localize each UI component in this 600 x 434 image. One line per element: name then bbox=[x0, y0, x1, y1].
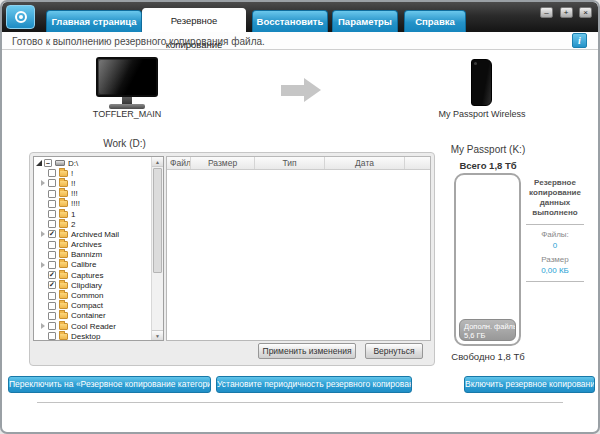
checkbox[interactable] bbox=[48, 251, 56, 259]
tree-row[interactable]: ! bbox=[34, 168, 151, 178]
tree-row[interactable]: 2 bbox=[34, 219, 151, 229]
checkbox[interactable] bbox=[48, 292, 56, 300]
tree-row[interactable]: ✓Captures bbox=[34, 270, 151, 280]
tree-item-label: !!!! bbox=[71, 199, 80, 208]
additional-files-size: 5,6 ГБ bbox=[464, 331, 515, 340]
expander-spacer bbox=[40, 292, 47, 300]
tree-row[interactable]: Compact bbox=[34, 301, 151, 311]
divider bbox=[526, 281, 584, 282]
portable-drive-icon bbox=[471, 59, 492, 106]
column-header-2[interactable]: Тип bbox=[255, 157, 325, 169]
tab-3[interactable]: Параметры bbox=[332, 10, 398, 32]
expander-spacer bbox=[40, 332, 47, 340]
checkbox[interactable] bbox=[48, 312, 56, 320]
size-value: 0,00 КБ bbox=[523, 266, 587, 275]
wd-smartware-logo-icon bbox=[6, 5, 35, 29]
enable-backup-button[interactable]: Включить резервное копирование bbox=[464, 376, 595, 393]
collapse-icon[interactable] bbox=[36, 159, 43, 167]
checkbox[interactable] bbox=[48, 261, 56, 269]
tab-1[interactable]: Резервное копирование bbox=[142, 8, 246, 32]
checkbox[interactable]: ✓ bbox=[48, 271, 56, 279]
size-label: Размер bbox=[523, 255, 587, 264]
tree-row[interactable]: Calibre bbox=[34, 260, 151, 270]
switch-to-category-backup-button[interactable]: Переключить на «Резервное копирование ка… bbox=[8, 376, 211, 393]
tree-item-label: Compact bbox=[71, 301, 103, 310]
target-drive-title: My Passport (K:) bbox=[438, 144, 538, 155]
source-device-name: TOFFLER_MAIN bbox=[77, 109, 177, 119]
tree-row[interactable]: Archives bbox=[34, 240, 151, 250]
checkbox[interactable] bbox=[48, 169, 56, 177]
folder-icon bbox=[59, 211, 68, 218]
tab-4[interactable]: Справка bbox=[404, 10, 466, 32]
tree-row[interactable]: Bannizm bbox=[34, 250, 151, 260]
back-button[interactable]: Вернуться bbox=[365, 343, 423, 359]
expander-spacer bbox=[40, 251, 47, 259]
source-drive-title: Work (D:) bbox=[32, 138, 217, 149]
tab-2[interactable]: Восстановить bbox=[252, 10, 328, 32]
expand-icon[interactable] bbox=[40, 179, 47, 187]
checkbox[interactable] bbox=[48, 179, 56, 187]
expand-icon[interactable] bbox=[40, 261, 47, 269]
column-header-0[interactable]: Файл bbox=[167, 157, 191, 169]
tree-item-label: !! bbox=[71, 179, 75, 188]
checkbox[interactable]: ✓ bbox=[48, 281, 56, 289]
checkbox[interactable] bbox=[48, 302, 56, 310]
tree-row[interactable]: !!!! bbox=[34, 199, 151, 209]
expander-spacer bbox=[40, 190, 47, 198]
backup-status-panel: Резервное копирование данных выполнено Ф… bbox=[523, 178, 587, 282]
scroll-down-icon[interactable]: ▼ bbox=[152, 330, 163, 340]
folder-tree: –D:\!!!!!!!!!!12✓Archived MailArchivesBa… bbox=[34, 158, 151, 341]
tree-item-label: Archives bbox=[71, 240, 102, 249]
info-icon[interactable]: i bbox=[572, 33, 587, 48]
expander-spacer bbox=[40, 220, 47, 228]
additional-files-label: Дополн. файлы bbox=[464, 322, 515, 331]
tree-scrollbar[interactable]: ▲ ▼ bbox=[151, 157, 163, 340]
scrollbar-thumb[interactable] bbox=[153, 168, 162, 273]
folder-icon bbox=[59, 312, 68, 319]
checkbox[interactable] bbox=[48, 220, 56, 228]
folder-icon bbox=[59, 333, 68, 340]
tree-row[interactable]: !! bbox=[34, 178, 151, 188]
checkbox[interactable] bbox=[48, 200, 56, 208]
expander-spacer bbox=[40, 200, 47, 208]
tree-row[interactable]: 1 bbox=[34, 209, 151, 219]
tree-row[interactable]: Desktop bbox=[34, 331, 151, 341]
column-header-3[interactable]: Дата bbox=[325, 157, 405, 169]
tab-0[interactable]: Главная страница bbox=[46, 10, 142, 32]
column-header-1[interactable]: Размер bbox=[191, 157, 255, 169]
status-message: Готово к выполнению резервного копирован… bbox=[12, 36, 265, 47]
drive-capacity-label: Всего 1,8 Тб bbox=[438, 160, 538, 171]
expand-icon[interactable] bbox=[40, 322, 47, 330]
tree-row[interactable]: !!! bbox=[34, 189, 151, 199]
expand-icon[interactable] bbox=[40, 230, 47, 238]
checkbox[interactable] bbox=[48, 241, 56, 249]
tree-item-label: Bannizm bbox=[71, 250, 102, 259]
checkbox[interactable] bbox=[48, 322, 56, 330]
set-backup-schedule-button[interactable]: Установите периодичность резервного копи… bbox=[216, 376, 412, 393]
scroll-up-icon[interactable]: ▲ bbox=[152, 157, 163, 167]
divider bbox=[526, 224, 584, 225]
backup-direction-arrow-head-icon bbox=[304, 78, 321, 102]
close-button[interactable]: × bbox=[579, 7, 592, 18]
checkbox[interactable] bbox=[48, 210, 56, 218]
checkbox[interactable] bbox=[48, 332, 56, 340]
target-drive-visualization: Дополн. файлы 5,6 ГБ bbox=[454, 173, 521, 346]
tree-row[interactable]: Container bbox=[34, 311, 151, 321]
tree-row[interactable]: Cool Reader bbox=[34, 321, 151, 331]
folder-icon bbox=[59, 261, 68, 268]
apply-changes-button[interactable]: Применить изменения bbox=[258, 343, 356, 359]
tree-item-label: Calibre bbox=[71, 260, 96, 269]
tree-row[interactable]: Common bbox=[34, 290, 151, 300]
folder-icon bbox=[59, 170, 68, 177]
minimize-button[interactable]: – bbox=[540, 7, 553, 18]
checkbox[interactable]: – bbox=[44, 159, 52, 167]
maximize-button[interactable]: + bbox=[560, 7, 573, 18]
logo-ring-icon bbox=[15, 11, 27, 23]
expander-spacer bbox=[40, 169, 47, 177]
file-table-header: ФайлРазмерТипДата bbox=[167, 157, 430, 170]
checkbox[interactable] bbox=[48, 190, 56, 198]
checkbox[interactable]: ✓ bbox=[48, 230, 56, 238]
tree-row[interactable]: –D:\ bbox=[34, 158, 151, 168]
tree-row[interactable]: ✓Clipdiary bbox=[34, 280, 151, 290]
tree-row[interactable]: ✓Archived Mail bbox=[34, 229, 151, 239]
